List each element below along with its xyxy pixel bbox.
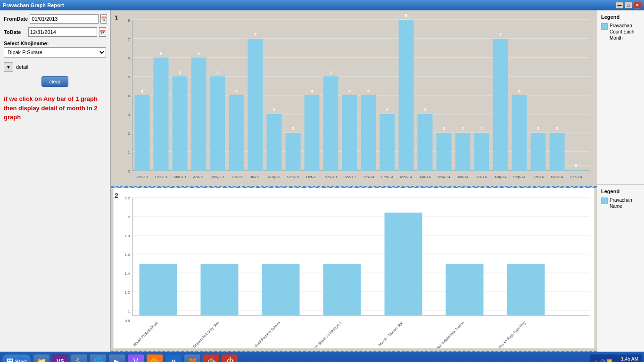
to-date-input[interactable] [28, 27, 97, 37]
bar-jun13[interactable] [229, 95, 244, 171]
bar-march[interactable] [385, 213, 422, 315]
taskbar-tools-btn[interactable]: 🔧 [71, 354, 88, 362]
bar-jul14[interactable] [474, 133, 489, 171]
svg-text:Mar-13: Mar-13 [174, 175, 186, 179]
taskbar-chrome-btn[interactable]: 🌐 [90, 354, 107, 362]
bar-jun14[interactable] [455, 133, 471, 171]
svg-text:Jul-13: Jul-13 [250, 175, 261, 179]
bar-prabhu[interactable] [507, 264, 545, 315]
bar-gudi[interactable] [262, 264, 300, 315]
svg-text:0: 0 [128, 169, 130, 173]
svg-text:1: 1 [157, 257, 159, 262]
svg-text:Oct-14: Oct-14 [532, 175, 544, 179]
bar-dec14[interactable] [569, 170, 584, 171]
taskbar-power-btn[interactable]: ⏻ [222, 354, 239, 362]
minimize-btn[interactable]: — [616, 2, 623, 8]
svg-text:2: 2 [128, 132, 130, 136]
from-date-input[interactable] [30, 14, 99, 24]
taskbar-vs-btn[interactable]: VS [52, 354, 69, 362]
bar-aug13[interactable] [267, 114, 282, 171]
start-button[interactable]: ⊞ Start [2, 354, 31, 362]
bar-may14[interactable] [437, 133, 452, 171]
taskbar-viber-btn[interactable]: V [127, 354, 144, 362]
legend-1-item: Pravachan Count Each Month [601, 23, 640, 41]
svg-text:Feb-14: Feb-14 [381, 175, 394, 179]
svg-text:7: 7 [499, 32, 502, 37]
bar-apr13[interactable] [191, 58, 206, 171]
title-bar: Pravachan Graph Report — □ ✕ [0, 0, 644, 10]
svg-text:4: 4 [348, 89, 351, 93]
svg-text:2: 2 [292, 126, 294, 131]
svg-text:4: 4 [518, 89, 520, 93]
svg-text:6: 6 [160, 51, 162, 56]
svg-text:May-13: May-13 [211, 175, 224, 179]
svg-text:8: 8 [405, 13, 407, 18]
bar-oct13[interactable] [305, 95, 320, 171]
svg-text:3: 3 [424, 107, 426, 112]
detail-toggle-btn[interactable]: ▼ [4, 62, 13, 72]
svg-text:2: 2 [128, 215, 130, 219]
to-date-label: ToDate [4, 29, 26, 35]
close-btn[interactable]: ✕ [634, 2, 641, 8]
from-date-label: FromDate [4, 16, 28, 22]
svg-text:5: 5 [128, 75, 130, 79]
bar-sep13[interactable] [286, 133, 301, 171]
taskbar-java-btn[interactable]: ☕ [203, 354, 220, 362]
bar-feb14[interactable] [380, 114, 395, 171]
taskbar-explorer-btn[interactable]: 📁 [33, 354, 50, 362]
khojiname-select[interactable]: Dipak P Sutare [4, 47, 106, 58]
bar-nov13[interactable] [323, 76, 339, 171]
svg-text:Sep-13: Sep-13 [287, 175, 299, 179]
svg-text:Jan-14: Jan-14 [363, 175, 374, 179]
legend-1-color [601, 23, 608, 30]
chart-1-section: 1 8 7 6 [111, 10, 597, 187]
bar-feb13[interactable] [154, 58, 169, 171]
svg-text:3: 3 [386, 107, 388, 112]
taskbar-ie-btn[interactable]: e [165, 354, 182, 362]
taskbar-media-btn[interactable]: ▶ [108, 354, 125, 362]
bar-oct14[interactable] [531, 133, 546, 171]
maximize-btn[interactable]: □ [625, 2, 632, 8]
svg-text:8: 8 [128, 18, 130, 23]
bar-sep14[interactable] [512, 95, 527, 171]
bar-jul13[interactable] [248, 39, 263, 171]
svg-text:Jan-13: Jan-13 [136, 175, 148, 179]
svg-text:6: 6 [128, 56, 130, 60]
bar-apr14[interactable] [418, 114, 433, 171]
svg-text:4: 4 [128, 94, 130, 98]
taskbar-firefox-btn[interactable]: 🦊 [184, 354, 201, 362]
bar-jan14[interactable] [361, 95, 376, 171]
clear-button[interactable]: clear [41, 76, 69, 87]
from-date-calendar-btn[interactable]: 📅 [100, 14, 107, 24]
bar-mar13[interactable] [173, 76, 188, 171]
to-date-row: ToDate 📅 [4, 27, 106, 37]
svg-text:1.6: 1.6 [124, 253, 130, 257]
bar-lakshye[interactable] [323, 264, 361, 315]
bar-jan13[interactable] [135, 95, 150, 171]
to-date-calendar-btn[interactable]: 📅 [99, 27, 106, 37]
khojiname-label: Select Khojiname: [4, 41, 106, 46]
svg-text:Jun-14: Jun-14 [457, 175, 469, 179]
svg-text:Aug-13: Aug-13 [268, 175, 281, 179]
bar-aug14[interactable] [493, 39, 508, 171]
svg-text:Nov-14: Nov-14 [551, 175, 563, 179]
bar-dec13[interactable] [342, 95, 357, 171]
taskbar-vlc-btn[interactable]: 🔶 [146, 354, 163, 362]
bar-diwari[interactable] [201, 264, 239, 315]
bar-bhakti[interactable] [140, 264, 177, 315]
bar-mar14[interactable] [399, 20, 414, 171]
svg-text:Jun-13: Jun-13 [231, 175, 242, 179]
svg-text:7: 7 [254, 32, 256, 37]
svg-text:3: 3 [128, 113, 130, 117]
detail-row: ▼ detail [4, 62, 106, 72]
charts-wrapper: 1 8 7 6 [111, 10, 644, 352]
chart-1-svg: 8 7 6 5 4 3 2 1 0 4 Jan-13 6 [111, 10, 597, 185]
bar-may13[interactable] [210, 76, 225, 171]
svg-text:7: 7 [128, 37, 130, 41]
bar-nvi[interactable] [446, 264, 484, 315]
legend-2-item: Pravachan Name [601, 197, 640, 209]
svg-text:Oct-13: Oct-13 [306, 175, 318, 179]
svg-text:May-14: May-14 [438, 175, 450, 179]
bar-nov14[interactable] [550, 133, 565, 171]
clock: 1:45 AM 01/05/2015 [615, 356, 638, 362]
